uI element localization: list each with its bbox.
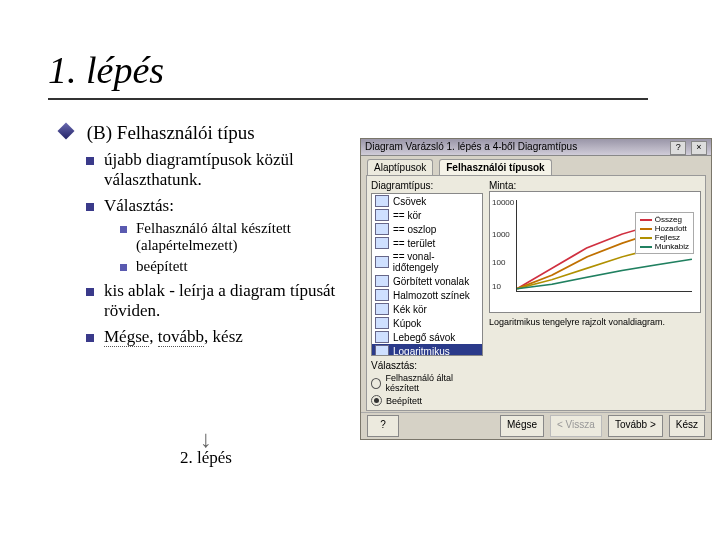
help-button[interactable]: ? bbox=[367, 415, 399, 437]
list-item: Lebegő sávok bbox=[372, 330, 482, 344]
list-item: == kör bbox=[372, 208, 482, 222]
stacked-icon bbox=[375, 289, 389, 301]
help-icon[interactable]: ? bbox=[670, 141, 686, 155]
radio-user-built[interactable]: Felhasználó által készített bbox=[371, 373, 483, 393]
selection-label: Választás: bbox=[371, 360, 483, 371]
l1-text: (B) Felhasználói típus bbox=[87, 122, 255, 143]
pie2-icon bbox=[375, 303, 389, 315]
bullet-level3: beépített bbox=[120, 258, 360, 275]
list-item: Görbített vonalak bbox=[372, 274, 482, 288]
log-icon bbox=[375, 345, 389, 356]
column-icon bbox=[375, 223, 389, 235]
bullet-level3: Felhasználó által készített (alapértelme… bbox=[120, 220, 360, 254]
close-icon[interactable]: × bbox=[691, 141, 707, 155]
diamond-bullet-icon bbox=[58, 123, 75, 140]
chart-type-list[interactable]: Csövek == kör == oszlop == terület == vo… bbox=[371, 193, 483, 356]
list-item: == terület bbox=[372, 236, 482, 250]
chart-type-label: Diagramtípus: bbox=[371, 180, 483, 191]
list-item: == vonal-időtengely bbox=[372, 250, 482, 274]
cone-icon bbox=[375, 317, 389, 329]
sample-label: Minta: bbox=[489, 180, 701, 191]
chart-wizard-dialog: Diagram Varázsló 1. lépés a 4-ből Diagra… bbox=[360, 138, 712, 440]
back-button: < Vissza bbox=[550, 415, 602, 437]
next-step-label: 2. lépés bbox=[180, 448, 232, 467]
next-step-indicator: ↓ 2. lépés bbox=[180, 430, 232, 468]
chart-legend: Összeg Hozadott Fejlesz Munkabiz bbox=[635, 212, 694, 254]
bullet-level1: (B) Felhasználói típus bbox=[60, 122, 360, 144]
tab-standard-types[interactable]: Alaptípusok bbox=[367, 159, 433, 175]
bullet-level2: újabb diagramtípusok közül választhatunk… bbox=[86, 150, 360, 190]
floating-icon bbox=[375, 331, 389, 343]
line-icon bbox=[375, 209, 389, 221]
button-row: ? Mégse < Vissza Tovább > Kész bbox=[361, 412, 711, 439]
list-item: Halmozott színek bbox=[372, 288, 482, 302]
chart-type-column: Diagramtípus: Csövek == kör == oszlop ==… bbox=[371, 180, 483, 406]
sample-chart: 10000 1000 100 10 Összeg Ho bbox=[489, 191, 701, 313]
tab-custom-types[interactable]: Felhasználói típusok bbox=[439, 159, 551, 175]
list-item: Kék kör bbox=[372, 302, 482, 316]
list-item: Csövek bbox=[372, 194, 482, 208]
bullet-level2: Mégse, tovább, kész bbox=[86, 327, 360, 347]
radio-builtin[interactable]: Beépített bbox=[371, 395, 483, 406]
next-button[interactable]: Tovább > bbox=[608, 415, 663, 437]
tabs: Alaptípusok Felhasználói típusok bbox=[361, 156, 711, 175]
timeline-icon bbox=[375, 256, 389, 268]
list-item: == oszlop bbox=[372, 222, 482, 236]
bar-icon bbox=[375, 195, 389, 207]
content-body: (B) Felhasználói típus újabb diagramtípu… bbox=[60, 122, 360, 349]
list-item-selected: Logaritmikus bbox=[372, 344, 482, 356]
titlebar-text: Diagram Varázsló 1. lépés a 4-ből Diagra… bbox=[365, 139, 577, 155]
curved-icon bbox=[375, 275, 389, 287]
page-title: 1. lépés bbox=[48, 48, 648, 100]
sample-column: Minta: 10000 1000 100 10 bbox=[489, 180, 701, 406]
bullet-level2: kis ablak - leírja a diagram típusát röv… bbox=[86, 281, 360, 321]
arrow-down-icon: ↓ bbox=[180, 430, 232, 448]
finish-button[interactable]: Kész bbox=[669, 415, 705, 437]
list-item: Kúpok bbox=[372, 316, 482, 330]
pie-icon bbox=[375, 237, 389, 249]
cancel-button[interactable]: Mégse bbox=[500, 415, 544, 437]
chart-description: Logaritmikus tengelyre rajzolt vonaldiag… bbox=[489, 317, 701, 327]
titlebar: Diagram Varázsló 1. lépés a 4-ből Diagra… bbox=[361, 139, 711, 156]
bullet-level2: Választás: bbox=[86, 196, 360, 216]
